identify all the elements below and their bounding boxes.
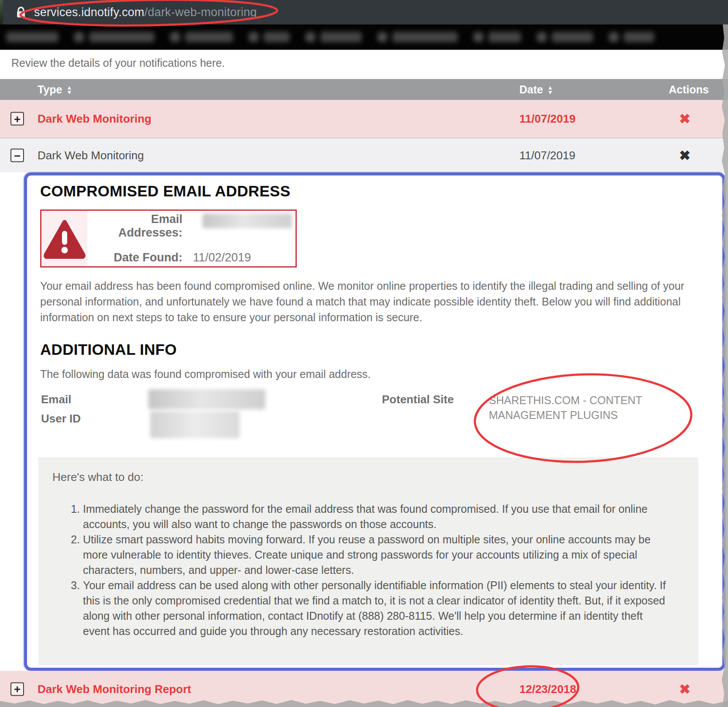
row-date: 11/07/2019 <box>519 149 575 162</box>
warning-triangle-icon <box>43 219 86 259</box>
lock-icon <box>16 6 26 18</box>
plus-icon: + <box>14 113 21 124</box>
intro-text: Review the details of your notifications… <box>0 50 728 79</box>
notification-row[interactable]: + Dark Web Monitoring 11/07/2019 ✖ <box>0 100 728 137</box>
nav-icon <box>609 32 618 42</box>
row-date: 11/07/2019 <box>519 112 576 126</box>
compromised-fields: Email User ID Potential Site SHARETHIS.C… <box>40 393 709 445</box>
what-to-do-step: Your email address can be used along wit… <box>83 578 668 639</box>
nav-icon <box>74 32 84 42</box>
date-found-label: Date Found: <box>87 251 182 264</box>
what-to-do-list: Immediately change the password for the … <box>38 501 668 639</box>
column-header-date[interactable]: Date ▲▼ <box>519 83 553 96</box>
what-to-do-step: Utilize smart password habits moving for… <box>83 532 668 578</box>
row-date: 12/23/2018 <box>519 682 576 696</box>
email-field-label: Email <box>41 393 71 406</box>
what-to-do-step: Immediately change the password for the … <box>83 501 668 532</box>
what-to-do-title: Here's what to do: <box>52 470 698 484</box>
alert-info: Email Addresses: Date Found: 11/02/2019 <box>87 211 295 266</box>
column-header-actions: Actions <box>669 83 709 96</box>
type-header-label: Type <box>38 83 62 96</box>
row-type-label: Dark Web Monitoring <box>38 149 144 162</box>
compromise-alert-box: Email Addresses: Date Found: 11/02/2019 <box>40 209 297 268</box>
nav-item-redacted[interactable] <box>249 32 290 42</box>
window-edge-artifact <box>0 0 3 24</box>
nav-icon <box>306 32 315 42</box>
notification-row[interactable]: − Dark Web Monitoring 11/07/2019 ✖ <box>0 138 728 172</box>
additional-info-intro: The following data was found compromised… <box>40 368 709 381</box>
nav-item-redacted[interactable] <box>378 32 458 42</box>
potential-site-label: Potential Site <box>382 393 454 406</box>
nav-icon <box>170 32 180 42</box>
potential-site-value: SHARETHIS.COM - CONTENT MANAGEMENT PLUGI… <box>489 393 652 422</box>
nav-item-redacted[interactable] <box>609 32 654 42</box>
notifications-page: Review the details of your notifications… <box>0 50 728 707</box>
additional-info-title: ADDITIONAL INFO <box>40 341 709 358</box>
nav-item-redacted[interactable] <box>474 32 521 42</box>
date-found-value: 11/02/2019 <box>182 251 292 264</box>
delete-button[interactable]: ✖ <box>679 112 690 126</box>
nav-item-redacted[interactable] <box>74 32 155 42</box>
url-domain: services.idnotify.com <box>34 6 144 19</box>
detail-title: COMPROMISED EMAIL ADDRESS <box>40 182 709 200</box>
nav-icon <box>249 32 258 42</box>
nav-item-redacted[interactable] <box>306 32 362 42</box>
sort-icon: ▲▼ <box>547 85 553 94</box>
redacted-email-value <box>148 389 265 409</box>
browser-url-bar[interactable]: services.idnotify.com/dark-web-monitorin… <box>0 0 728 24</box>
close-icon: ✖ <box>679 111 690 127</box>
table-header: Type ▲▼ Date ▲▼ Actions <box>0 79 728 100</box>
sort-icon: ▲▼ <box>67 85 72 94</box>
nav-item-redacted[interactable] <box>6 32 58 42</box>
url-path: /dark-web-monitoring <box>144 6 257 19</box>
nav-item-redacted[interactable] <box>537 32 593 42</box>
row-type-label: Dark Web Monitoring Report <box>38 682 191 696</box>
date-header-label: Date <box>519 83 543 96</box>
collapse-button[interactable]: − <box>10 149 24 162</box>
expand-button[interactable]: + <box>10 112 24 126</box>
column-header-type[interactable]: Type ▲▼ <box>38 83 72 96</box>
redacted-user-id-value <box>150 411 240 438</box>
what-to-do-box: Here's what to do: Immediately change th… <box>38 457 698 665</box>
delete-button[interactable]: ✖ <box>679 149 690 162</box>
detail-description: Your email address has been found compro… <box>40 278 697 325</box>
address-url[interactable]: services.idnotify.com/dark-web-monitorin… <box>34 6 257 19</box>
close-icon: ✖ <box>679 681 690 697</box>
notification-detail-panel: COMPROMISED EMAIL ADDRESS Email Addresse… <box>24 172 725 671</box>
alert-icon-cell <box>41 211 87 266</box>
nav-icon <box>537 32 546 42</box>
delete-button[interactable]: ✖ <box>679 682 690 696</box>
notification-row[interactable]: + Dark Web Monitoring Report 12/23/2018 … <box>0 671 728 707</box>
nav-bar <box>0 24 728 50</box>
email-addresses-label: Email Addresses: <box>87 213 182 240</box>
nav-icon <box>474 32 483 42</box>
close-icon: ✖ <box>679 148 690 163</box>
plus-icon: + <box>14 683 21 695</box>
user-id-field-label: User ID <box>41 412 81 426</box>
redacted-email-value <box>203 213 292 228</box>
nav-item-redacted[interactable] <box>170 32 233 42</box>
row-type-label: Dark Web Monitoring <box>38 112 151 126</box>
expand-button[interactable]: + <box>10 682 24 696</box>
minus-icon: − <box>14 150 21 161</box>
nav-icon <box>378 32 387 42</box>
